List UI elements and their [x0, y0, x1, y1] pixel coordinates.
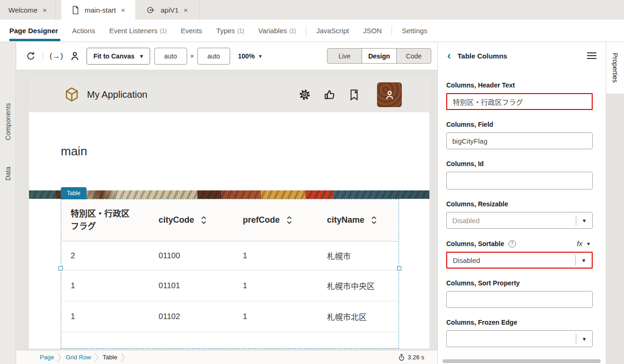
nav-types[interactable]: Types(1) — [209, 20, 251, 42]
nav-events[interactable]: Events — [174, 20, 209, 42]
back-icon[interactable]: ‹ — [447, 50, 451, 61]
nav-variables[interactable]: Variables(1) — [251, 20, 303, 42]
mode-code-button[interactable]: Code — [396, 48, 431, 64]
zoom-dropdown[interactable]: 100% ▾ — [238, 52, 262, 60]
work-area: (→) Fit to Canvas ▾ × 100% ▾ Live Design… — [16, 42, 437, 364]
nav-page-designer[interactable]: Page Designer — [9, 20, 65, 42]
canvas-height-input[interactable] — [197, 48, 230, 65]
fit-to-canvas-dropdown[interactable]: Fit to Canvas ▾ — [87, 48, 150, 65]
breadcrumb-table[interactable]: Table — [103, 354, 117, 361]
resizable-select[interactable]: Disabled ▾ — [446, 212, 593, 229]
id-input[interactable] — [446, 172, 593, 189]
live-reload-icon[interactable]: (→) — [50, 52, 64, 60]
fx-icon: fx — [577, 240, 582, 248]
tab-apiv1[interactable]: apiV1 × — [135, 0, 199, 20]
close-icon[interactable]: × — [184, 6, 188, 14]
toolbar-divider — [43, 51, 43, 62]
sort-property-input[interactable] — [446, 291, 593, 308]
chevron-down-icon: ▾ — [576, 335, 592, 342]
design-canvas: My Application — [16, 70, 437, 350]
chevron-right-icon — [121, 352, 125, 363]
data-table[interactable]: 特別区・行政区フラグ cityCode prefCode cityName — [61, 199, 399, 349]
breadcrumb-grid-row[interactable]: Grid Row — [65, 354, 91, 361]
field-header-text: Columns, Header Text — [446, 81, 593, 110]
tab-main-start[interactable]: main-start × — [61, 0, 135, 20]
nav-event-listeners[interactable]: Event Listeners(1) — [102, 20, 174, 42]
field-input[interactable] — [446, 132, 593, 149]
user-actor-icon[interactable] — [69, 51, 80, 62]
mode-switcher: Live Design Code — [327, 48, 431, 64]
thumbs-up-icon[interactable] — [324, 89, 336, 101]
nav-divider — [392, 26, 392, 36]
sort-icon[interactable] — [371, 216, 377, 225]
chevron-down-icon: ▾ — [259, 53, 262, 59]
column-header[interactable]: cityCode — [155, 199, 239, 241]
avatar[interactable] — [377, 82, 402, 107]
table-row[interactable]: 1 01102 1 札幌市北区 — [61, 301, 399, 332]
chevron-down-icon: ▾ — [140, 53, 143, 59]
frozen-edge-select[interactable]: ▾ — [446, 330, 593, 347]
field-field: Columns, Field — [446, 121, 593, 149]
field-sortable: Columns, Sortable ? fx ▾ Disabled ▾ — [446, 240, 593, 269]
dimensions-separator: × — [190, 52, 194, 60]
tab-label: main-start — [85, 6, 116, 14]
gear-icon[interactable] — [298, 88, 311, 101]
table-selection-badge[interactable]: Table — [61, 187, 87, 199]
resize-handle-left[interactable] — [58, 266, 63, 270]
chevron-down-icon: ▾ — [576, 217, 592, 224]
status-bar: Page Grid Row Table 3.26 s — [16, 350, 437, 364]
column-header[interactable]: 特別区・行政区フラグ — [61, 199, 155, 241]
menu-icon[interactable] — [587, 52, 596, 59]
help-icon[interactable]: ? — [508, 240, 516, 248]
page-preview: My Application — [29, 77, 429, 349]
table-row[interactable]: 2 01100 1 札幌市 — [61, 241, 399, 270]
tab-label: apiV1 — [160, 6, 178, 14]
app-header: My Application — [29, 77, 429, 112]
refresh-icon[interactable] — [26, 51, 36, 61]
tab-welcome[interactable]: Welcome × — [0, 0, 56, 20]
design-toolbar: (→) Fit to Canvas ▾ × 100% ▾ Live Design… — [16, 42, 437, 70]
sortable-select[interactable]: Disabled ▾ — [446, 252, 593, 269]
app-header-actions — [298, 82, 402, 107]
table-row-clipped[interactable]: 札幌市 — [61, 332, 399, 349]
column-header[interactable]: prefCode — [239, 199, 323, 241]
service-connection-icon — [146, 6, 155, 15]
chevron-right-icon — [57, 352, 61, 363]
canvas-width-input[interactable] — [154, 48, 187, 65]
chevron-down-icon: ▾ — [587, 241, 590, 247]
field-frozen-edge: Columns, Frozen Edge ▾ — [446, 319, 593, 347]
close-icon[interactable]: × — [43, 6, 47, 14]
chevron-right-icon — [94, 352, 99, 363]
rail-tab-properties[interactable]: Properties — [606, 42, 624, 94]
sort-icon[interactable] — [201, 216, 207, 225]
nav-javascript[interactable]: JavaScript — [309, 20, 356, 42]
page-title: main — [61, 144, 87, 159]
column-header[interactable]: cityName — [323, 199, 399, 241]
nav-json[interactable]: JSON — [356, 20, 389, 42]
resize-handle-right[interactable] — [397, 266, 401, 270]
close-icon[interactable]: × — [121, 6, 125, 14]
nav-settings[interactable]: Settings — [395, 20, 434, 42]
visual-builder-window: Welcome × main-start × apiV1 × Page Desi… — [0, 0, 624, 364]
mode-live-button[interactable]: Live — [327, 48, 362, 64]
properties-panel: ‹ Table Columns Columns, Header Text Col… — [437, 42, 606, 364]
right-rail: Properties — [606, 42, 624, 364]
header-text-input[interactable] — [446, 93, 593, 110]
expression-toggle[interactable]: fx ▾ — [577, 240, 593, 248]
field-sort-property: Columns, Sort Property — [446, 279, 593, 308]
mode-design-button[interactable]: Design — [362, 48, 397, 64]
bookmark-add-icon[interactable] — [348, 89, 360, 101]
rail-tab-data[interactable]: Data — [4, 167, 12, 181]
properties-panel-header: ‹ Table Columns — [438, 42, 606, 69]
tab-label: Welcome — [8, 6, 37, 14]
field-resizable: Columns, Resizable Disabled ▾ — [446, 200, 593, 229]
document-tab-bar: Welcome × main-start × apiV1 × — [0, 0, 624, 20]
horizontal-scrollbar[interactable] — [443, 359, 601, 363]
table-row[interactable]: 1 01101 1 札幌市中央区 — [61, 270, 399, 301]
breadcrumb-page[interactable]: Page — [40, 354, 54, 361]
nav-divider — [306, 26, 306, 36]
nav-actions[interactable]: Actions — [65, 20, 102, 42]
rail-tab-components[interactable]: Components — [4, 103, 12, 140]
sort-icon[interactable] — [286, 216, 292, 225]
page-icon — [72, 6, 80, 15]
